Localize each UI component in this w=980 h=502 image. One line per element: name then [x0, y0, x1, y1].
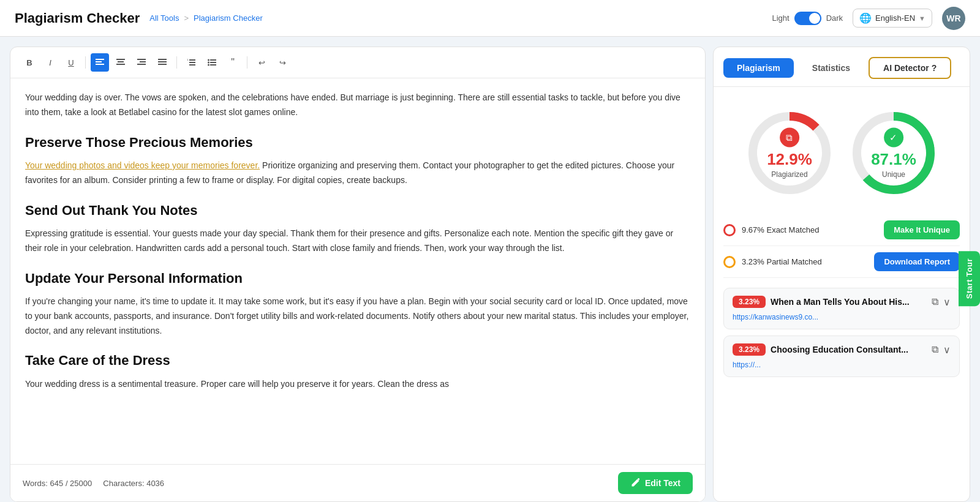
right-panel-body: ⧉ 12.9% Plagiarized ✓ 87.1% Unique: [714, 87, 970, 501]
header-left: Plagiarism Checker All Tools > Plagiaris…: [15, 10, 263, 26]
plagiarized-icon: ⧉: [780, 128, 799, 148]
svg-rect-11: [158, 64, 167, 65]
svg-rect-6: [137, 59, 146, 60]
svg-rect-0: [96, 59, 104, 60]
svg-rect-1: [96, 61, 102, 62]
download-report-button[interactable]: Download Report: [874, 252, 960, 271]
svg-rect-13: [189, 62, 195, 63]
plagiarized-percent: 12.9%: [767, 150, 812, 169]
svg-rect-2: [96, 64, 104, 65]
svg-text:1.: 1.: [187, 58, 189, 61]
plagiarized-sublabel: Plagiarized: [767, 170, 812, 179]
unordered-list-button[interactable]: [203, 53, 221, 72]
start-tour-tab[interactable]: Start Tour: [959, 251, 980, 306]
unique-icon: ✓: [884, 128, 903, 148]
svg-point-19: [208, 59, 209, 61]
tab-statistics[interactable]: Statistics: [799, 58, 864, 78]
highlight-text: Your wedding photos and videos keep your…: [25, 160, 260, 170]
source-2-actions: ⧉ ∨: [932, 344, 951, 356]
breadcrumb: All Tools > Plagiarism Checker: [149, 13, 262, 23]
words-value: 645: [50, 479, 64, 488]
paragraph-1: Your wedding day is over. The vows are s…: [25, 91, 690, 120]
source-1-badge: 3.23%: [733, 296, 766, 308]
language-label: English-EN: [875, 13, 915, 23]
edit-text-label: Edit Text: [645, 478, 680, 488]
align-justify-button[interactable]: [153, 53, 172, 72]
align-right-button[interactable]: [132, 53, 151, 72]
toggle-thumb: [809, 13, 820, 24]
chevron-down-icon: ▼: [919, 15, 925, 22]
exact-match-left: 9.67% Exact Matched: [723, 224, 819, 236]
svg-rect-8: [137, 64, 146, 65]
tab-ai-detector[interactable]: AI Detector ?: [869, 57, 951, 79]
quote-button[interactable]: ": [224, 53, 242, 72]
paragraph-3: Expressing gratitude is essential. Your …: [25, 227, 690, 256]
toolbar: B I U 1. " ↩: [10, 47, 705, 78]
language-selector[interactable]: 🌐 English-EN ▼: [853, 9, 932, 28]
right-panel-tabs: Plagiarism Statistics AI Detector ?: [714, 47, 970, 87]
bold-button[interactable]: B: [20, 53, 39, 72]
align-center-button[interactable]: [111, 53, 130, 72]
toggle-track[interactable]: [794, 12, 821, 25]
paragraph-5: Your wedding dress is a sentimental trea…: [25, 377, 690, 392]
source-1-open-icon[interactable]: ⧉: [932, 296, 938, 307]
partial-match-row: 3.23% Partial Matched Download Report: [723, 246, 960, 278]
ordered-list-button[interactable]: 1.: [182, 53, 200, 72]
paragraph-4: If you're changing your name, it's time …: [25, 294, 690, 338]
make-unique-button[interactable]: Make It Unique: [884, 220, 960, 239]
words-max: 25000: [70, 479, 92, 488]
words-label: Words:: [23, 479, 48, 488]
breadcrumb-all-tools[interactable]: All Tools: [149, 13, 179, 23]
underline-button[interactable]: U: [62, 53, 80, 72]
paragraph-2: Your wedding photos and videos keep your…: [25, 159, 690, 188]
source-card-1-header: 3.23% When a Man Tells You About His... …: [733, 296, 951, 308]
theme-toggle[interactable]: Light Dark: [772, 12, 843, 25]
header: Plagiarism Checker All Tools > Plagiaris…: [0, 0, 980, 37]
heading-3: Update Your Personal Information: [25, 267, 690, 290]
edit-text-button[interactable]: Edit Text: [618, 472, 693, 494]
breadcrumb-current: Plagiarism Checker: [194, 13, 263, 23]
undo-button[interactable]: ↩: [252, 53, 271, 72]
theme-dark-label: Dark: [826, 13, 843, 23]
unique-sublabel: Unique: [871, 170, 916, 179]
svg-rect-14: [189, 64, 195, 66]
header-right: Light Dark 🌐 English-EN ▼ WR: [772, 7, 965, 30]
source-2-expand-icon[interactable]: ∨: [943, 344, 951, 356]
logo: Plagiarism Checker: [15, 10, 140, 26]
svg-rect-18: [210, 64, 216, 66]
tab-plagiarism[interactable]: Plagiarism: [723, 58, 794, 78]
unique-chart: ✓ 87.1% Unique: [845, 104, 943, 202]
charts-row: ⧉ 12.9% Plagiarized ✓ 87.1% Unique: [723, 97, 960, 214]
source-1-url[interactable]: https://kanwasinews9.co...: [733, 313, 818, 321]
theme-light-label: Light: [772, 13, 789, 23]
exact-match-row: 9.67% Exact Matched Make It Unique: [723, 214, 960, 246]
svg-rect-10: [158, 61, 167, 62]
svg-rect-12: [189, 59, 195, 61]
word-count: Words: 645 / 25000 Characters: 4036: [23, 479, 164, 488]
edit-icon: [630, 478, 640, 488]
plagiarized-chart: ⧉ 12.9% Plagiarized: [741, 104, 839, 202]
unique-label-container: ✓ 87.1% Unique: [871, 128, 916, 179]
start-tour-label[interactable]: Start Tour: [959, 251, 980, 306]
svg-rect-9: [158, 59, 167, 60]
partial-match-label: 3.23% Partial Matched: [742, 257, 822, 266]
globe-icon: 🌐: [859, 12, 872, 24]
heading-4: Take Care of the Dress: [25, 349, 690, 372]
redo-button[interactable]: ↪: [273, 53, 292, 72]
svg-rect-17: [210, 62, 216, 63]
partial-match-left: 3.23% Partial Matched: [723, 256, 822, 268]
source-2-open-icon[interactable]: ⧉: [932, 344, 938, 355]
source-1-expand-icon[interactable]: ∨: [943, 296, 951, 308]
source-2-url[interactable]: https://...: [733, 361, 761, 369]
italic-button[interactable]: I: [41, 53, 59, 72]
source-card-2: 3.23% Choosing Education Consultant... ⧉…: [723, 335, 960, 377]
editor-content[interactable]: Your wedding day is over. The vows are s…: [10, 78, 705, 464]
avatar[interactable]: WR: [942, 7, 965, 30]
heading-2: Send Out Thank You Notes: [25, 199, 690, 222]
align-left-button[interactable]: [91, 53, 109, 72]
svg-rect-16: [210, 59, 216, 61]
main-container: B I U 1. " ↩: [0, 37, 980, 502]
breadcrumb-separator: >: [184, 13, 189, 23]
source-1-actions: ⧉ ∨: [932, 296, 951, 308]
chars-value: 4036: [146, 479, 164, 488]
